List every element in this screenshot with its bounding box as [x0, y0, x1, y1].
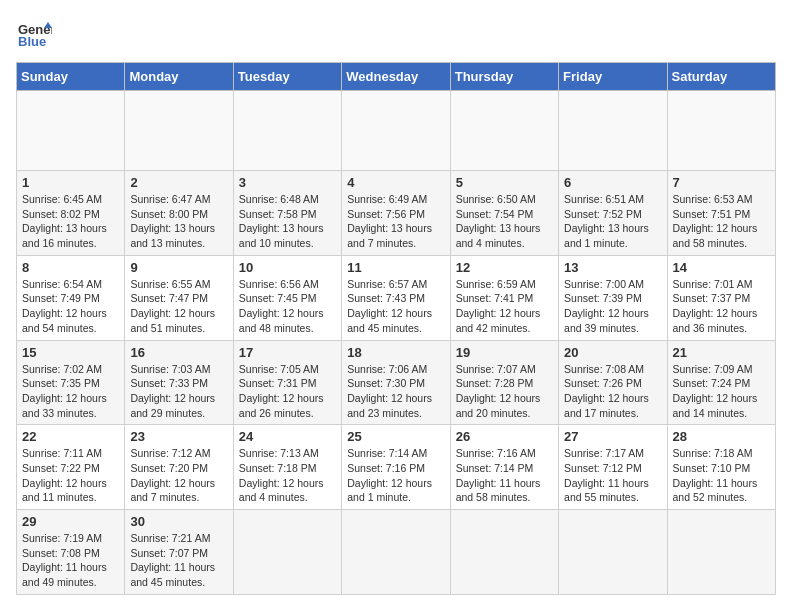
day-number: 10 — [239, 260, 336, 275]
col-header-tuesday: Tuesday — [233, 63, 341, 91]
day-info: Sunrise: 6:55 AM Sunset: 7:47 PM Dayligh… — [130, 277, 227, 336]
week-row-4: 22Sunrise: 7:11 AM Sunset: 7:22 PM Dayli… — [17, 425, 776, 510]
calendar-cell: 7Sunrise: 6:53 AM Sunset: 7:51 PM Daylig… — [667, 171, 775, 256]
day-number: 18 — [347, 345, 444, 360]
day-info: Sunrise: 7:17 AM Sunset: 7:12 PM Dayligh… — [564, 446, 661, 505]
day-number: 25 — [347, 429, 444, 444]
day-number: 15 — [22, 345, 119, 360]
day-info: Sunrise: 6:49 AM Sunset: 7:56 PM Dayligh… — [347, 192, 444, 251]
day-info: Sunrise: 6:56 AM Sunset: 7:45 PM Dayligh… — [239, 277, 336, 336]
day-info: Sunrise: 6:45 AM Sunset: 8:02 PM Dayligh… — [22, 192, 119, 251]
col-header-sunday: Sunday — [17, 63, 125, 91]
day-number: 4 — [347, 175, 444, 190]
day-number: 24 — [239, 429, 336, 444]
week-row-5: 29Sunrise: 7:19 AM Sunset: 7:08 PM Dayli… — [17, 510, 776, 595]
day-info: Sunrise: 6:54 AM Sunset: 7:49 PM Dayligh… — [22, 277, 119, 336]
day-number: 11 — [347, 260, 444, 275]
week-row-0 — [17, 91, 776, 171]
calendar-cell — [450, 510, 558, 595]
day-number: 27 — [564, 429, 661, 444]
day-info: Sunrise: 7:11 AM Sunset: 7:22 PM Dayligh… — [22, 446, 119, 505]
calendar-cell: 20Sunrise: 7:08 AM Sunset: 7:26 PM Dayli… — [559, 340, 667, 425]
calendar-cell: 26Sunrise: 7:16 AM Sunset: 7:14 PM Dayli… — [450, 425, 558, 510]
day-number: 23 — [130, 429, 227, 444]
week-row-1: 1Sunrise: 6:45 AM Sunset: 8:02 PM Daylig… — [17, 171, 776, 256]
col-header-friday: Friday — [559, 63, 667, 91]
day-number: 1 — [22, 175, 119, 190]
week-row-2: 8Sunrise: 6:54 AM Sunset: 7:49 PM Daylig… — [17, 255, 776, 340]
col-header-monday: Monday — [125, 63, 233, 91]
calendar-cell: 9Sunrise: 6:55 AM Sunset: 7:47 PM Daylig… — [125, 255, 233, 340]
day-number: 2 — [130, 175, 227, 190]
day-info: Sunrise: 7:07 AM Sunset: 7:28 PM Dayligh… — [456, 362, 553, 421]
calendar-cell: 10Sunrise: 6:56 AM Sunset: 7:45 PM Dayli… — [233, 255, 341, 340]
calendar-cell: 27Sunrise: 7:17 AM Sunset: 7:12 PM Dayli… — [559, 425, 667, 510]
calendar-cell: 25Sunrise: 7:14 AM Sunset: 7:16 PM Dayli… — [342, 425, 450, 510]
calendar-cell — [559, 91, 667, 171]
calendar-cell: 29Sunrise: 7:19 AM Sunset: 7:08 PM Dayli… — [17, 510, 125, 595]
day-info: Sunrise: 7:16 AM Sunset: 7:14 PM Dayligh… — [456, 446, 553, 505]
calendar-cell — [667, 510, 775, 595]
day-number: 6 — [564, 175, 661, 190]
calendar-cell: 5Sunrise: 6:50 AM Sunset: 7:54 PM Daylig… — [450, 171, 558, 256]
day-number: 17 — [239, 345, 336, 360]
calendar-cell — [233, 91, 341, 171]
day-info: Sunrise: 7:03 AM Sunset: 7:33 PM Dayligh… — [130, 362, 227, 421]
calendar-cell: 11Sunrise: 6:57 AM Sunset: 7:43 PM Dayli… — [342, 255, 450, 340]
day-number: 5 — [456, 175, 553, 190]
day-number: 29 — [22, 514, 119, 529]
day-number: 30 — [130, 514, 227, 529]
calendar-cell: 19Sunrise: 7:07 AM Sunset: 7:28 PM Dayli… — [450, 340, 558, 425]
calendar-cell — [342, 510, 450, 595]
day-info: Sunrise: 7:13 AM Sunset: 7:18 PM Dayligh… — [239, 446, 336, 505]
day-number: 13 — [564, 260, 661, 275]
calendar-cell: 15Sunrise: 7:02 AM Sunset: 7:35 PM Dayli… — [17, 340, 125, 425]
calendar-cell: 23Sunrise: 7:12 AM Sunset: 7:20 PM Dayli… — [125, 425, 233, 510]
day-number: 28 — [673, 429, 770, 444]
day-info: Sunrise: 7:19 AM Sunset: 7:08 PM Dayligh… — [22, 531, 119, 590]
day-info: Sunrise: 7:08 AM Sunset: 7:26 PM Dayligh… — [564, 362, 661, 421]
day-number: 9 — [130, 260, 227, 275]
day-number: 3 — [239, 175, 336, 190]
day-number: 16 — [130, 345, 227, 360]
day-info: Sunrise: 7:14 AM Sunset: 7:16 PM Dayligh… — [347, 446, 444, 505]
day-info: Sunrise: 6:48 AM Sunset: 7:58 PM Dayligh… — [239, 192, 336, 251]
day-number: 12 — [456, 260, 553, 275]
calendar-cell — [450, 91, 558, 171]
day-info: Sunrise: 7:12 AM Sunset: 7:20 PM Dayligh… — [130, 446, 227, 505]
calendar-cell — [342, 91, 450, 171]
col-header-wednesday: Wednesday — [342, 63, 450, 91]
day-info: Sunrise: 7:18 AM Sunset: 7:10 PM Dayligh… — [673, 446, 770, 505]
day-info: Sunrise: 6:50 AM Sunset: 7:54 PM Dayligh… — [456, 192, 553, 251]
day-number: 21 — [673, 345, 770, 360]
calendar-cell: 6Sunrise: 6:51 AM Sunset: 7:52 PM Daylig… — [559, 171, 667, 256]
day-number: 26 — [456, 429, 553, 444]
day-number: 7 — [673, 175, 770, 190]
day-number: 14 — [673, 260, 770, 275]
calendar-cell: 2Sunrise: 6:47 AM Sunset: 8:00 PM Daylig… — [125, 171, 233, 256]
day-info: Sunrise: 7:05 AM Sunset: 7:31 PM Dayligh… — [239, 362, 336, 421]
calendar-cell: 13Sunrise: 7:00 AM Sunset: 7:39 PM Dayli… — [559, 255, 667, 340]
calendar-cell — [17, 91, 125, 171]
day-number: 20 — [564, 345, 661, 360]
calendar-cell: 21Sunrise: 7:09 AM Sunset: 7:24 PM Dayli… — [667, 340, 775, 425]
calendar-cell: 17Sunrise: 7:05 AM Sunset: 7:31 PM Dayli… — [233, 340, 341, 425]
svg-text:Blue: Blue — [18, 34, 46, 49]
calendar-cell — [559, 510, 667, 595]
calendar-header-row: SundayMondayTuesdayWednesdayThursdayFrid… — [17, 63, 776, 91]
day-info: Sunrise: 6:57 AM Sunset: 7:43 PM Dayligh… — [347, 277, 444, 336]
calendar-table: SundayMondayTuesdayWednesdayThursdayFrid… — [16, 62, 776, 595]
calendar-cell: 22Sunrise: 7:11 AM Sunset: 7:22 PM Dayli… — [17, 425, 125, 510]
day-info: Sunrise: 7:09 AM Sunset: 7:24 PM Dayligh… — [673, 362, 770, 421]
day-info: Sunrise: 7:02 AM Sunset: 7:35 PM Dayligh… — [22, 362, 119, 421]
day-info: Sunrise: 6:47 AM Sunset: 8:00 PM Dayligh… — [130, 192, 227, 251]
day-info: Sunrise: 7:00 AM Sunset: 7:39 PM Dayligh… — [564, 277, 661, 336]
day-info: Sunrise: 7:01 AM Sunset: 7:37 PM Dayligh… — [673, 277, 770, 336]
calendar-cell: 8Sunrise: 6:54 AM Sunset: 7:49 PM Daylig… — [17, 255, 125, 340]
day-number: 22 — [22, 429, 119, 444]
day-number: 8 — [22, 260, 119, 275]
calendar-cell — [667, 91, 775, 171]
calendar-cell: 1Sunrise: 6:45 AM Sunset: 8:02 PM Daylig… — [17, 171, 125, 256]
week-row-3: 15Sunrise: 7:02 AM Sunset: 7:35 PM Dayli… — [17, 340, 776, 425]
day-number: 19 — [456, 345, 553, 360]
